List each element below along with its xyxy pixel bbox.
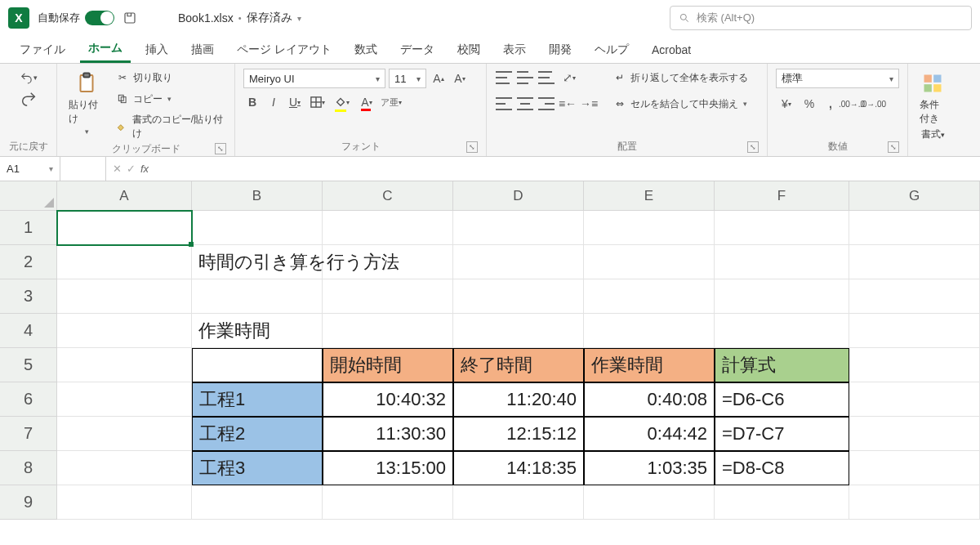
- cancel-formula-icon[interactable]: ✕: [113, 163, 122, 175]
- phonetic-button[interactable]: ア亜▾: [381, 93, 402, 111]
- row-header-8[interactable]: 8: [0, 451, 57, 485]
- tab-review[interactable]: 校閲: [449, 38, 488, 62]
- cell-A9[interactable]: [57, 485, 192, 520]
- cell-C3[interactable]: [323, 279, 453, 314]
- cell-B8[interactable]: 工程3: [192, 451, 323, 485]
- increase-font-button[interactable]: A▴: [430, 69, 448, 87]
- cell-G8[interactable]: [849, 451, 980, 485]
- formula-input[interactable]: [155, 157, 980, 181]
- fx-icon[interactable]: fx: [140, 163, 149, 175]
- cell-B1[interactable]: [192, 211, 323, 245]
- cell-A4[interactable]: [57, 314, 192, 348]
- cell-B9[interactable]: [192, 485, 323, 520]
- font-color-button[interactable]: A▾: [356, 93, 377, 111]
- col-header-A[interactable]: A: [57, 181, 192, 211]
- cell-E3[interactable]: [584, 279, 715, 314]
- cut-button[interactable]: ✂切り取り: [115, 69, 226, 87]
- align-middle-button[interactable]: [516, 69, 534, 87]
- comma-button[interactable]: ,: [822, 95, 840, 113]
- cell-F7[interactable]: =D7-C7: [715, 417, 849, 451]
- accounting-format-button[interactable]: ¥▾: [776, 95, 797, 113]
- tab-page-layout[interactable]: ページ レイアウト: [229, 38, 340, 62]
- fill-color-button[interactable]: ▾: [332, 93, 353, 111]
- align-top-button[interactable]: [495, 69, 513, 87]
- col-header-G[interactable]: G: [849, 181, 980, 211]
- cell-G4[interactable]: [849, 314, 980, 348]
- cell-G5[interactable]: [849, 348, 980, 382]
- cell-G3[interactable]: [849, 279, 980, 314]
- cell-G7[interactable]: [849, 417, 980, 451]
- row-header-1[interactable]: 1: [0, 211, 57, 245]
- wrap-text-button[interactable]: ↵折り返して全体を表示する: [612, 69, 748, 87]
- cell-D7[interactable]: 12:15:12: [453, 417, 584, 451]
- cell-B3[interactable]: [192, 279, 323, 314]
- alignment-launcher[interactable]: ⤡: [747, 141, 759, 153]
- tab-data[interactable]: データ: [392, 38, 443, 62]
- cell-D2[interactable]: [453, 245, 584, 279]
- redo-button[interactable]: [20, 90, 38, 108]
- tab-home[interactable]: ホーム: [80, 36, 131, 63]
- cell-C5[interactable]: 開始時間: [323, 348, 453, 382]
- cell-F5[interactable]: 計算式: [715, 348, 849, 382]
- format-painter-button[interactable]: 書式のコピー/貼り付け: [115, 111, 226, 142]
- cell-C9[interactable]: [323, 485, 453, 520]
- search-input[interactable]: 検索 (Alt+Q): [670, 6, 972, 30]
- cell-E7[interactable]: 0:44:42: [584, 417, 715, 451]
- font-size-select[interactable]: 11▾: [389, 69, 426, 88]
- cell-F6[interactable]: =D6-C6: [715, 382, 849, 417]
- cell-A2[interactable]: [57, 245, 192, 279]
- decrease-indent-button[interactable]: ≡←: [559, 95, 577, 113]
- cell-A1[interactable]: [57, 211, 192, 245]
- cell-A6[interactable]: [57, 382, 192, 417]
- filename[interactable]: Book1.xlsx • 保存済み ▾: [178, 11, 301, 25]
- cell-F2[interactable]: [715, 245, 849, 279]
- percent-button[interactable]: %: [800, 95, 818, 113]
- tab-insert[interactable]: 挿入: [137, 38, 176, 62]
- tab-view[interactable]: 表示: [495, 38, 534, 62]
- cell-C7[interactable]: 11:30:30: [323, 417, 453, 451]
- cell-B5[interactable]: [192, 348, 323, 382]
- cell-F8[interactable]: =D8-C8: [715, 451, 849, 485]
- cell-A8[interactable]: [57, 451, 192, 485]
- decrease-decimal-button[interactable]: .0→.00: [864, 95, 882, 113]
- cell-B6[interactable]: 工程1: [192, 382, 323, 417]
- align-center-button[interactable]: [516, 95, 534, 113]
- increase-indent-button[interactable]: →≡: [580, 95, 598, 113]
- cell-D1[interactable]: [453, 211, 584, 245]
- cell-G9[interactable]: [849, 485, 980, 520]
- cell-F3[interactable]: [715, 279, 849, 314]
- row-header-4[interactable]: 4: [0, 314, 57, 348]
- cell-E5[interactable]: 作業時間: [584, 348, 715, 382]
- tab-formulas[interactable]: 数式: [346, 38, 385, 62]
- cell-B4[interactable]: 作業時間: [192, 314, 323, 348]
- number-launcher[interactable]: ⤡: [888, 141, 899, 153]
- cell-B7[interactable]: 工程2: [192, 417, 323, 451]
- merge-center-button[interactable]: ⇔セルを結合して中央揃え▾: [612, 95, 748, 113]
- paste-button[interactable]: 貼り付け ▾: [65, 69, 109, 137]
- row-header-3[interactable]: 3: [0, 279, 57, 314]
- align-bottom-button[interactable]: [537, 69, 555, 87]
- cell-D4[interactable]: [453, 314, 584, 348]
- bold-button[interactable]: B: [243, 93, 261, 111]
- border-button[interactable]: ▾: [307, 93, 328, 111]
- cell-A7[interactable]: [57, 417, 192, 451]
- cell-F4[interactable]: [715, 314, 849, 348]
- copy-button[interactable]: コピー▾: [115, 90, 226, 108]
- tab-file[interactable]: ファイル: [11, 38, 74, 62]
- cell-E4[interactable]: [584, 314, 715, 348]
- tab-acrobat[interactable]: Acrobat: [644, 38, 699, 61]
- enter-formula-icon[interactable]: ✓: [127, 163, 136, 175]
- cell-A3[interactable]: [57, 279, 192, 314]
- cell-G6[interactable]: [849, 382, 980, 417]
- decrease-font-button[interactable]: A▾: [451, 69, 469, 87]
- cell-C1[interactable]: [323, 211, 453, 245]
- underline-button[interactable]: U▾: [286, 93, 304, 111]
- cell-D3[interactable]: [453, 279, 584, 314]
- number-format-select[interactable]: 標準▾: [776, 69, 899, 88]
- tab-developer[interactable]: 開発: [541, 38, 580, 62]
- cell-E6[interactable]: 0:40:08: [584, 382, 715, 417]
- cell-G1[interactable]: [849, 211, 980, 245]
- cell-D6[interactable]: 11:20:40: [453, 382, 584, 417]
- row-header-9[interactable]: 9: [0, 485, 57, 520]
- cell-D5[interactable]: 終了時間: [453, 348, 584, 382]
